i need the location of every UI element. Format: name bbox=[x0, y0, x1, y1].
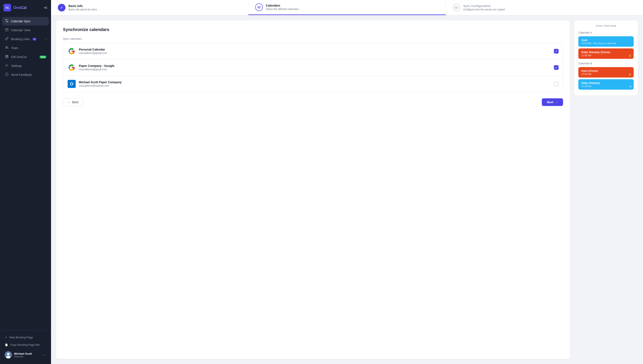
sync-preview-panel: SYNC PREVIEW Calendar A Gym 10:00 AM · F… bbox=[574, 20, 638, 96]
copy-icon-standup: ⊞ bbox=[629, 85, 631, 88]
step-basic-info-label: Basic Info bbox=[69, 4, 97, 8]
step-sync-configuration[interactable]: 03 Sync Configuration Configure how the … bbox=[446, 0, 643, 15]
svg-point-12 bbox=[7, 353, 10, 355]
step-basic-info-circle: ✓ bbox=[58, 4, 66, 12]
calendar-sync-icon bbox=[5, 19, 9, 23]
step-sync-config-circle: 03 bbox=[453, 4, 460, 12]
svg-point-7 bbox=[6, 65, 7, 66]
sidebar-item-calendar-view[interactable]: Calendar View bbox=[2, 26, 49, 34]
next-button[interactable]: Next → bbox=[542, 98, 563, 106]
calendar-paper-checkbox[interactable]: ✓ bbox=[554, 65, 559, 70]
back-button-label: Back bbox=[72, 100, 79, 104]
stepper: ✓ Basic Info Basic info about the Sync 0… bbox=[51, 0, 643, 15]
sync-card: Synchronize calendars Sync calendars Per… bbox=[56, 20, 570, 359]
sidebar-item-booking-links[interactable]: Booking Links 1 › bbox=[2, 35, 49, 43]
booking-links-badge: 1 bbox=[33, 38, 36, 40]
sidebar-item-team[interactable]: Team bbox=[2, 44, 49, 52]
view-booking-page-button[interactable]: ↗ View Booking Page bbox=[2, 334, 49, 341]
main: ✓ Basic Info Basic info about the Sync 0… bbox=[51, 0, 643, 364]
sidebar: 01 OneCal ≪ Calendar Sync Calendar View bbox=[0, 0, 51, 364]
user-plan: Premium bbox=[14, 355, 41, 358]
outlook-icon-michael: O bbox=[67, 80, 76, 88]
gift-new-badge: New bbox=[40, 56, 46, 58]
step-basic-info[interactable]: ✓ Basic Info Basic info about the Sync bbox=[51, 0, 248, 15]
sidebar-item-send-feedback-label: Send Feedback bbox=[11, 73, 32, 76]
step-calendars-sub: Select the affected calendars bbox=[266, 8, 299, 10]
logo-badge: 01 bbox=[4, 4, 11, 12]
preview-event-standup-time: 11:00 AM bbox=[581, 85, 631, 88]
user-info: Michael Scott Premium bbox=[14, 352, 41, 358]
sidebar-item-gift-onecal-label: Gift OneCal bbox=[11, 55, 27, 58]
step-calendars-label: Calendars bbox=[266, 4, 299, 7]
preview-calendar-b-label: Calendar B bbox=[578, 62, 634, 65]
preview-calendar-a-label: Calendar A bbox=[578, 31, 634, 34]
copy-booking-page-link-button[interactable]: 📋 Copy Booking Page link bbox=[2, 341, 49, 348]
lock-icon-standup-a: 🔒 bbox=[628, 54, 631, 57]
preview-event-gym-name: Gym bbox=[581, 38, 631, 42]
settings-icon bbox=[5, 64, 9, 68]
sidebar-item-calendar-sync[interactable]: Calendar Sync bbox=[2, 17, 49, 26]
preview-event-gym: Gym 10:00 AM · Flex Gym on 16th Ave bbox=[578, 36, 634, 47]
copy-icon: 📋 bbox=[5, 343, 8, 346]
preview-event-standup-name: Daily Standup bbox=[581, 81, 631, 84]
step-calendars-circle: 02 bbox=[255, 4, 263, 11]
step-sync-config-sub: Configure how the events are copied bbox=[463, 8, 505, 11]
gift-icon bbox=[5, 55, 9, 59]
sidebar-nav: Calendar Sync Calendar View Booking Link… bbox=[0, 15, 51, 330]
calendar-personal-info: Personal Calendar onecaldemo@gmail.com bbox=[79, 48, 551, 54]
svg-rect-0 bbox=[6, 29, 8, 31]
next-arrow-icon: → bbox=[555, 100, 558, 104]
calendar-item-personal: Personal Calendar onecaldemo@gmail.com ✓ bbox=[63, 43, 563, 60]
calendar-item-michael-scott: O Michael Scott Paper Company onecaldemo… bbox=[63, 76, 563, 92]
calendar-view-icon bbox=[5, 28, 9, 32]
calendar-paper-email: onecaldemo@gmail.com bbox=[79, 68, 551, 71]
calendar-item-paper-company: Paper Company - Google onecaldemo@gmail.… bbox=[63, 60, 563, 76]
calendar-personal-checkbox[interactable]: ✓ bbox=[554, 49, 559, 54]
sidebar-item-settings[interactable]: Settings bbox=[2, 62, 49, 70]
back-arrow-icon: ← bbox=[67, 100, 70, 104]
booking-links-icon bbox=[5, 37, 9, 41]
sidebar-item-calendar-view-label: Calendar View bbox=[11, 28, 30, 32]
calendar-michael-info: Michael Scott Paper Company onecaldemo@o… bbox=[79, 80, 551, 87]
user-row: Michael Scott Premium ⋯ bbox=[2, 349, 49, 360]
svg-text:O: O bbox=[70, 81, 73, 86]
sidebar-item-team-label: Team bbox=[11, 46, 18, 50]
sync-preview-title: SYNC PREVIEW bbox=[578, 25, 634, 27]
sidebar-header: 01 OneCal ≪ bbox=[0, 0, 51, 15]
calendar-michael-email: onecaldemo@outlook.com bbox=[79, 84, 551, 87]
sidebar-item-gift-onecal[interactable]: Gift OneCal New bbox=[2, 53, 49, 61]
google-icon-personal bbox=[67, 47, 76, 56]
content-area: Synchronize calendars Sync calendars Per… bbox=[51, 15, 643, 364]
google-icon-paper bbox=[67, 63, 76, 72]
step-calendars[interactable]: 02 Calendars Select the affected calenda… bbox=[248, 0, 446, 15]
step-basic-info-info: Basic Info Basic info about the Sync bbox=[69, 4, 97, 11]
avatar bbox=[5, 351, 12, 358]
step-basic-info-sub: Basic info about the Sync bbox=[69, 8, 97, 11]
svg-point-4 bbox=[6, 46, 7, 47]
logo-area: 01 OneCal bbox=[4, 4, 27, 12]
sidebar-item-settings-label: Settings bbox=[11, 64, 22, 68]
sync-calendars-section-label: Sync calendars bbox=[63, 37, 563, 40]
preview-event-gym-clone-name: Gym (Clone) bbox=[581, 69, 631, 72]
team-icon bbox=[5, 46, 9, 50]
back-button[interactable]: ← Back bbox=[63, 98, 83, 106]
sidebar-item-send-feedback[interactable]: Send Feedback bbox=[2, 70, 49, 79]
page-title: Synchronize calendars bbox=[63, 27, 563, 32]
step-sync-config-label: Sync Configuration bbox=[463, 4, 505, 8]
card-actions: ← Back Next → bbox=[63, 98, 563, 106]
sidebar-item-booking-links-label: Booking Links bbox=[11, 38, 30, 41]
preview-event-standup-clone-a-time: 11:00 AM bbox=[581, 54, 631, 57]
sidebar-collapse-button[interactable]: ≪ bbox=[44, 5, 48, 10]
sidebar-bottom: ↗ View Booking Page 📋 Copy Booking Page … bbox=[0, 330, 51, 364]
lock-icon-gym-clone: 🔒 bbox=[628, 73, 631, 76]
step-calendars-info: Calendars Select the affected calendars bbox=[266, 4, 299, 10]
calendar-personal-name: Personal Calendar bbox=[79, 48, 551, 51]
user-menu-button[interactable]: ⋯ bbox=[43, 353, 46, 357]
copy-booking-page-label: Copy Booking Page link bbox=[10, 343, 40, 346]
preview-event-standup-clone-a: Daily Standup (Clone) 11:00 AM 🔒 bbox=[578, 48, 634, 59]
preview-event-gym-time: 10:00 AM · Flex Gym on 16th Ave bbox=[581, 42, 631, 44]
external-link-icon: ↗ bbox=[5, 336, 7, 339]
calendar-michael-checkbox[interactable] bbox=[554, 82, 559, 86]
next-button-label: Next bbox=[547, 100, 553, 104]
feedback-icon bbox=[5, 73, 9, 77]
